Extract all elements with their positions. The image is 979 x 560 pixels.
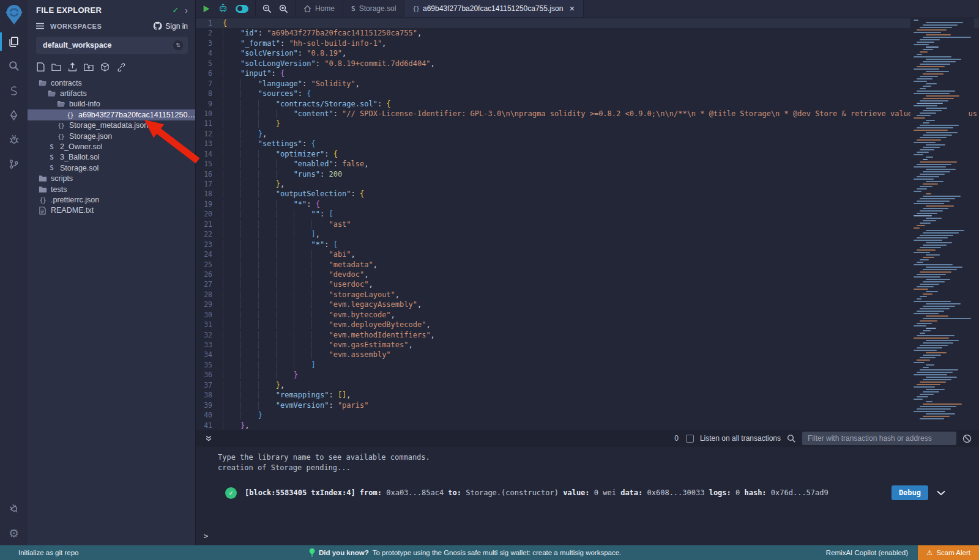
code-line-25[interactable]: 25 "metadata",: [196, 260, 979, 270]
upload-folder-icon[interactable]: [84, 63, 94, 72]
code-line-8[interactable]: 8 "sources": {: [196, 89, 979, 98]
code-line-41[interactable]: 41 },: [196, 421, 979, 430]
terminal-collapse-button[interactable]: [205, 435, 212, 442]
cube-icon[interactable]: [100, 62, 110, 72]
code-line-21[interactable]: 21 "ast": [196, 219, 979, 229]
tree-item-a69b43f277ba20fcac141151250ca7[interactable]: {}a69b43f277ba20fcac141151250ca7...: [28, 109, 195, 120]
tree-item-contracts[interactable]: contracts: [28, 78, 195, 88]
code-line-13[interactable]: 13 "settings": {: [196, 139, 979, 149]
code-line-2[interactable]: 2 "id": "a69b43f277ba20fcac141151250ca75…: [196, 28, 979, 38]
run-script-button[interactable]: [203, 5, 210, 13]
link-icon[interactable]: [116, 62, 125, 72]
code-line-33[interactable]: 33 "evm.gasEstimates",: [196, 340, 979, 350]
code-line-17[interactable]: 17 },: [196, 179, 979, 189]
code-line-40[interactable]: 40 }: [196, 410, 979, 420]
zoom-out-button[interactable]: [262, 4, 272, 13]
tx-expand-chevron-icon[interactable]: [937, 490, 945, 496]
solidity-compiler-icon[interactable]: [0, 78, 28, 103]
code-line-35[interactable]: 35 ]: [196, 360, 979, 370]
transaction-row[interactable]: ✓ [block:5583405 txIndex:4] from: 0xa03.…: [225, 485, 979, 500]
listen-checkbox[interactable]: [686, 435, 694, 443]
tree-item-storage-json[interactable]: {}Storage.json: [28, 131, 195, 141]
code-line-15[interactable]: 15 "enabled": false,: [196, 159, 979, 169]
check-icon[interactable]: ✓: [172, 6, 179, 15]
debug-button[interactable]: Debug: [892, 485, 928, 500]
code-line-12[interactable]: 12 },: [196, 129, 979, 139]
debugger-icon[interactable]: [0, 127, 28, 152]
terminal-prompt[interactable]: >: [204, 532, 208, 540]
code-line-5[interactable]: 5 "solcLongVersion": "0.8.19+commit.7dd6…: [196, 59, 979, 68]
tree-item-tests[interactable]: tests: [28, 184, 195, 194]
search-icon[interactable]: [0, 54, 28, 78]
chevron-right-icon[interactable]: ›: [185, 7, 188, 13]
remix-logo-icon[interactable]: [0, 0, 28, 29]
code-line-22[interactable]: 22 ],: [196, 229, 979, 239]
upload-file-icon[interactable]: [68, 62, 77, 72]
sign-in-button[interactable]: Sign in: [153, 21, 188, 31]
clear-console-icon[interactable]: [962, 434, 972, 443]
tab-home[interactable]: Home: [296, 0, 343, 17]
code-line-18[interactable]: 18 "outputSelection": {: [196, 189, 979, 199]
code-line-37[interactable]: 37 },: [196, 380, 979, 390]
code-line-31[interactable]: 31 "evm.deployedBytecode",: [196, 320, 979, 330]
tree-item-storage-sol[interactable]: SStorage.sol: [28, 163, 195, 173]
deploy-run-icon[interactable]: [0, 103, 28, 127]
transaction-filter-input[interactable]: [802, 432, 956, 445]
code-line-7[interactable]: 7 "language": "Solidity",: [196, 79, 979, 89]
hamburger-menu-icon[interactable]: [36, 23, 44, 29]
scam-alert-button[interactable]: ⚠ Scam Alert: [918, 545, 979, 560]
zoom-in-button[interactable]: [279, 4, 288, 13]
code-line-1[interactable]: 1{: [196, 18, 979, 28]
tree-item-2-owner-sol[interactable]: S2_Owner.sol: [28, 141, 195, 152]
file-explorer-icon[interactable]: [0, 29, 28, 54]
terminal-body[interactable]: Type the library name to see available c…: [196, 447, 979, 545]
code-line-23[interactable]: 23 "*": [: [196, 240, 979, 249]
tree-item-readme-txt[interactable]: README.txt: [28, 205, 195, 216]
code-line-3[interactable]: 3 "_format": "hh-sol-build-info-1",: [196, 39, 979, 48]
new-folder-icon[interactable]: [51, 63, 61, 72]
code-line-26[interactable]: 26 "devdoc",: [196, 270, 979, 279]
code-line-38[interactable]: 38 "remappings": [],: [196, 390, 979, 400]
code-line-24[interactable]: 24 "abi",: [196, 249, 979, 259]
code-line-11[interactable]: 11 }: [196, 119, 979, 128]
code-line-6[interactable]: 6 "input": {: [196, 68, 979, 78]
code-line-39[interactable]: 39 "evmVersion": "paris": [196, 400, 979, 410]
code-line-34[interactable]: 34 "evm.assembly": [196, 350, 979, 359]
tree-item-build-info[interactable]: build-info: [28, 99, 195, 109]
tab-a69b43f277ba20fcac141151250ca755-json[interactable]: {}a69b43f277ba20fcac141151250ca755.json✕: [404, 0, 583, 17]
code-line-10[interactable]: 10 "content": "// SPDX-License-Identifie…: [196, 109, 979, 119]
tree-item-artifacts[interactable]: artifacts: [28, 88, 195, 98]
play-icon: [203, 5, 210, 13]
plugin-manager-icon[interactable]: [0, 496, 28, 521]
tree-item-prettierrc-json[interactable]: {}.prettierrc.json: [28, 194, 195, 205]
code-line-4[interactable]: 4 "solcVersion": "0.8.19",: [196, 48, 979, 58]
close-icon[interactable]: ✕: [569, 5, 575, 13]
tab-storage-sol[interactable]: SStorage.sol: [343, 0, 404, 17]
code-line-19[interactable]: 19 "*": {: [196, 199, 979, 209]
workspace-select[interactable]: default_workspace ⇅: [36, 37, 188, 54]
git-icon[interactable]: [0, 152, 28, 176]
git-init-button[interactable]: Initialize as git repo: [18, 549, 78, 556]
code-line-30[interactable]: 30 "evm.bytecode",: [196, 310, 979, 320]
code-editor[interactable]: 1{2 "id": "a69b43f277ba20fcac141151250ca…: [196, 17, 979, 430]
code-line-29[interactable]: 29 "evm.legacyAssembly",: [196, 300, 979, 309]
code-line-20[interactable]: 20 "": [: [196, 209, 979, 219]
ai-assistant-button[interactable]: [218, 4, 228, 13]
tree-item-3-ballot-sol[interactable]: S3_Ballot.sol: [28, 152, 195, 163]
tree-item-storage-metadata-json[interactable]: {}Storage_metadata.json: [28, 120, 195, 131]
terminal: 0 Listen on all transactions Type the li…: [196, 430, 979, 545]
code-line-27[interactable]: 27 "userdoc",: [196, 279, 979, 289]
code-line-32[interactable]: 32 "evm.methodIdentifiers",: [196, 330, 979, 340]
new-file-icon[interactable]: [37, 62, 45, 72]
code-line-36[interactable]: 36 }: [196, 370, 979, 380]
copilot-status[interactable]: RemixAI Copilot (enabled): [826, 549, 908, 556]
tree-item-scripts[interactable]: scripts: [28, 174, 195, 184]
code-line-9[interactable]: 9 "contracts/Storage.sol": {: [196, 99, 979, 109]
code-line-14[interactable]: 14 "optimizer": {: [196, 149, 979, 159]
settings-icon[interactable]: ⚙: [0, 521, 28, 545]
main-column: HomeSStorage.sol{}a69b43f277ba20fcac1411…: [196, 0, 979, 545]
code-line-16[interactable]: 16 "runs": 200: [196, 169, 979, 179]
copilot-toggle[interactable]: [236, 5, 248, 13]
minimap[interactable]: [910, 17, 974, 430]
code-line-28[interactable]: 28 "storageLayout",: [196, 290, 979, 300]
